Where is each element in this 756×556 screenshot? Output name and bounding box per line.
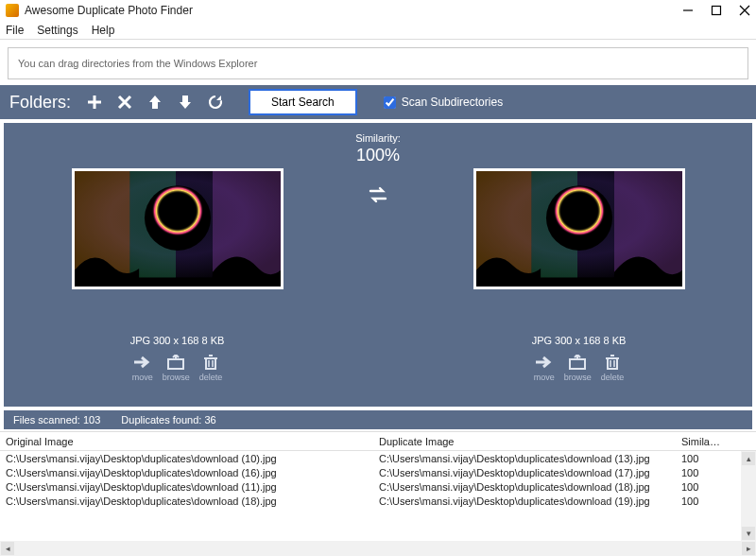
arrow-right-icon [535,354,554,371]
results-list: Original Image Duplicate Image Similarit… [0,431,756,556]
menubar: File Settings Help [0,21,756,40]
cell-original: C:\Users\mansi.vijay\Desktop\duplicates\… [0,465,373,480]
browse-icon [568,354,587,371]
table-row[interactable]: C:\Users\mansi.vijay\Desktop\duplicates\… [0,494,756,508]
preview-right-pane: JPG 300 x 168 8 KB move browse delete [405,123,752,407]
cell-original: C:\Users\mansi.vijay\Desktop\duplicates\… [0,451,373,466]
refresh-button[interactable] [205,92,226,113]
scan-subdirectories-checkbox[interactable]: Scan Subdirectories [384,96,503,109]
table-row[interactable]: C:\Users\mansi.vijay\Desktop\duplicates\… [0,451,756,465]
svg-point-9 [141,182,215,253]
duplicates-found: Duplicates found: 36 [121,414,215,426]
svg-rect-11 [168,359,183,369]
scroll-right-icon[interactable]: ▸ [742,542,755,555]
titlebar: Awesome Duplicate Photo Finder [0,0,756,21]
cell-similarity: 100 [676,494,728,509]
dropzone[interactable]: You can drag directories from the Window… [8,47,748,79]
start-search-button[interactable]: Start Search [249,89,357,115]
right-move-button[interactable]: move [534,354,555,382]
trash-icon [603,354,622,371]
preview-right-actions: move browse delete [534,354,625,382]
maximize-button[interactable] [711,5,722,16]
results-rows: C:\Users\mansi.vijay\Desktop\duplicates\… [0,451,756,541]
right-delete-button[interactable]: delete [601,354,625,382]
preview-left-actions: move browse delete [132,354,223,382]
swap-button[interactable] [368,186,388,203]
trash-icon [201,354,220,371]
menu-settings[interactable]: Settings [37,24,77,37]
similarity-label: Similarity: [355,132,401,144]
cell-similarity: 100 [676,479,728,495]
left-browse-button[interactable]: browse [163,354,190,382]
left-delete-button[interactable]: delete [199,354,223,382]
cell-original: C:\Users\mansi.vijay\Desktop\duplicates\… [0,479,373,495]
svg-point-18 [542,182,616,253]
preview-left-image[interactable] [72,168,284,289]
cell-duplicate: C:\Users\mansi.vijay\Desktop\duplicates\… [373,479,676,495]
vertical-scrollbar[interactable]: ▴ ▾ [741,451,756,541]
right-browse-button[interactable]: browse [564,354,592,382]
cell-similarity: 100 [676,451,728,466]
svg-rect-1 [713,7,721,15]
cell-duplicate: C:\Users\mansi.vijay\Desktop\duplicates\… [373,465,676,480]
preview-middle: Similarity: 100% [351,123,405,407]
scroll-up-icon[interactable]: ▴ [742,452,755,465]
dropzone-hint: You can drag directories from the Window… [18,58,257,69]
cell-similarity: 100 [676,465,728,480]
files-scanned: Files scanned: 103 [13,414,100,426]
preview-right-info: JPG 300 x 168 8 KB [532,335,627,346]
svg-rect-12 [206,358,215,369]
browse-icon [166,354,185,371]
menu-file[interactable]: File [6,24,24,37]
preview-area: JPG 300 x 168 8 KB move browse delete Si… [0,119,756,410]
remove-folder-button[interactable] [114,92,135,113]
add-folder-button[interactable] [84,92,105,113]
table-row[interactable]: C:\Users\mansi.vijay\Desktop\duplicates\… [0,465,756,479]
svg-rect-19 [476,277,682,287]
results-header: Original Image Duplicate Image Similarit… [0,432,756,451]
left-move-button[interactable]: move [132,354,153,382]
close-button[interactable] [739,5,750,16]
horizontal-scrollbar[interactable]: ◂ ▸ [0,541,756,556]
menu-help[interactable]: Help [92,24,115,37]
cell-duplicate: C:\Users\mansi.vijay\Desktop\duplicates\… [373,451,676,466]
svg-rect-20 [570,359,585,369]
svg-rect-21 [608,358,617,369]
app-icon [6,4,19,17]
svg-rect-10 [75,277,281,287]
cell-duplicate: C:\Users\mansi.vijay\Desktop\duplicates\… [373,494,676,509]
scan-subdirectories-label: Scan Subdirectories [402,96,503,109]
move-up-button[interactable] [145,92,165,113]
preview-left-pane: JPG 300 x 168 8 KB move browse delete [4,123,351,407]
move-down-button[interactable] [175,92,196,113]
preview-right-image[interactable] [473,168,685,289]
cell-original: C:\Users\mansi.vijay\Desktop\duplicates\… [0,494,373,509]
toolbar: Folders: Start Search Scan Subdirectorie… [0,85,756,119]
table-row[interactable]: C:\Users\mansi.vijay\Desktop\duplicates\… [0,479,756,494]
window-title: Awesome Duplicate Photo Finder [25,4,682,17]
header-original[interactable]: Original Image [0,434,373,449]
scan-subdirectories-input[interactable] [384,96,396,109]
header-similarity[interactable]: Similarity [676,434,728,449]
folders-label: Folders: [9,93,71,113]
header-duplicate[interactable]: Duplicate Image [373,434,676,449]
scroll-down-icon[interactable]: ▾ [742,527,755,540]
scroll-left-icon[interactable]: ◂ [1,542,14,555]
preview-left-info: JPG 300 x 168 8 KB [130,335,225,346]
arrow-right-icon [133,354,152,371]
status-bar: Files scanned: 103 Duplicates found: 36 [4,410,752,429]
similarity-value: 100% [356,146,400,165]
minimize-button[interactable] [682,5,694,16]
